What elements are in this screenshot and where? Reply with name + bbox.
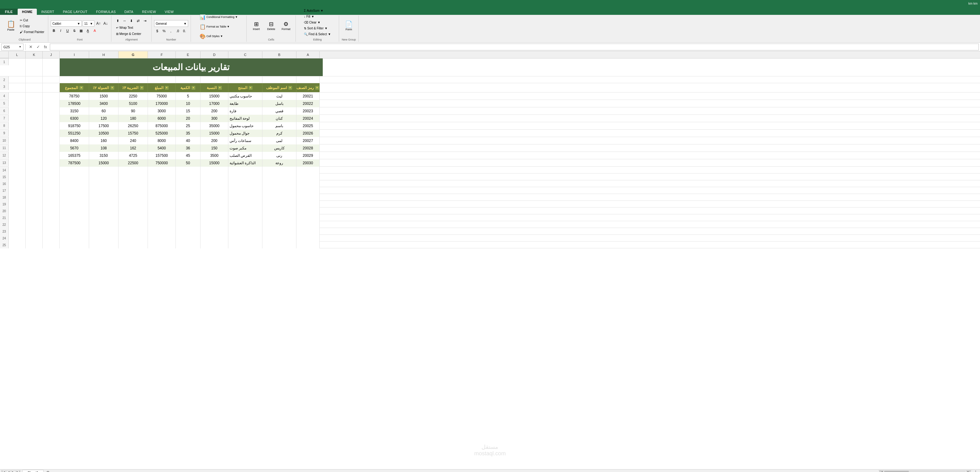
- list-item[interactable]: [9, 228, 26, 235]
- list-item[interactable]: [176, 201, 200, 208]
- table-row[interactable]: 20027: [296, 137, 320, 145]
- list-item[interactable]: [148, 194, 176, 201]
- cell-styles-button[interactable]: 🎨 Cell Styles ▼: [198, 32, 225, 41]
- list-item[interactable]: [296, 208, 320, 215]
- list-item[interactable]: [262, 215, 296, 221]
- list-item[interactable]: [26, 180, 43, 187]
- table-row[interactable]: [26, 107, 43, 115]
- table-row[interactable]: 15000: [200, 159, 228, 167]
- tab-review[interactable]: REVIEW: [138, 9, 160, 15]
- scroll-right-button[interactable]: ▶: [966, 470, 971, 472]
- list-item[interactable]: [89, 173, 119, 180]
- list-item[interactable]: [60, 235, 89, 242]
- list-item[interactable]: [43, 208, 60, 215]
- table-row[interactable]: فارة: [228, 107, 262, 115]
- list-item[interactable]: [89, 228, 119, 235]
- table-row[interactable]: 25: [176, 122, 200, 130]
- list-item[interactable]: [60, 167, 89, 173]
- list-item[interactable]: [176, 187, 200, 194]
- underline-button[interactable]: U: [64, 27, 70, 34]
- cell-G2[interactable]: [119, 76, 148, 83]
- table-row[interactable]: 4725: [119, 152, 148, 159]
- table-row[interactable]: 15000: [200, 130, 228, 137]
- col-header-E[interactable]: E: [176, 51, 200, 58]
- list-item[interactable]: [200, 201, 228, 208]
- list-item[interactable]: [296, 221, 320, 228]
- bold-button[interactable]: B: [51, 27, 57, 34]
- list-item[interactable]: [9, 221, 26, 228]
- row-num-2[interactable]: 2: [0, 76, 9, 83]
- header-amount[interactable]: ▼ المبلغ: [148, 83, 176, 92]
- table-row[interactable]: 45: [176, 152, 200, 159]
- table-row[interactable]: 3150: [60, 107, 89, 115]
- cell-L1[interactable]: [9, 59, 26, 76]
- list-item[interactable]: [60, 208, 89, 215]
- list-item[interactable]: [176, 194, 200, 201]
- table-row[interactable]: [9, 115, 26, 122]
- list-item[interactable]: [176, 208, 200, 215]
- filter-amount[interactable]: ▼: [165, 86, 169, 90]
- list-item[interactable]: [228, 173, 262, 180]
- list-item[interactable]: [89, 194, 119, 201]
- table-row[interactable]: قصي: [262, 107, 296, 115]
- list-item[interactable]: [43, 180, 60, 187]
- list-item[interactable]: [60, 180, 89, 187]
- table-row[interactable]: 3000: [148, 107, 176, 115]
- row-num-16[interactable]: 16: [0, 180, 9, 187]
- conditional-formatting-button[interactable]: 📊 Conditional Formatting ▼: [198, 13, 240, 21]
- list-item[interactable]: [119, 228, 148, 235]
- table-row[interactable]: 78750: [60, 92, 89, 100]
- cell-K1[interactable]: [26, 59, 43, 76]
- row-num-6[interactable]: 6: [0, 107, 9, 114]
- table-row[interactable]: مكبر صوت: [228, 145, 262, 152]
- table-row[interactable]: كاريس: [262, 145, 296, 152]
- list-item[interactable]: [176, 235, 200, 242]
- table-row[interactable]: حاسوب مكتبي: [228, 92, 262, 100]
- row-num-5[interactable]: 5: [0, 100, 9, 107]
- table-row[interactable]: 6300: [60, 115, 89, 122]
- merge-center-button[interactable]: ⊞ Merge & Center: [115, 31, 143, 37]
- list-item[interactable]: [89, 201, 119, 208]
- list-item[interactable]: [26, 187, 43, 194]
- table-row[interactable]: [26, 122, 43, 130]
- col-header-F[interactable]: F: [148, 51, 176, 58]
- list-item[interactable]: [228, 187, 262, 194]
- table-row[interactable]: 200: [200, 137, 228, 145]
- copy-button[interactable]: ⎘ Copy: [19, 23, 46, 29]
- autosum-button[interactable]: Σ AutoSum ▼: [302, 8, 325, 13]
- list-item[interactable]: [176, 242, 200, 248]
- list-item[interactable]: [9, 201, 26, 208]
- list-item[interactable]: [200, 228, 228, 235]
- list-item[interactable]: [60, 242, 89, 248]
- table-row[interactable]: 787500: [60, 159, 89, 167]
- table-row[interactable]: 36: [176, 145, 200, 152]
- list-item[interactable]: [296, 194, 320, 201]
- list-item[interactable]: [60, 173, 89, 180]
- sheet-tab-1[interactable]: Sheet1: [22, 470, 44, 472]
- table-row[interactable]: 162: [119, 145, 148, 152]
- list-item[interactable]: [89, 235, 119, 242]
- list-item[interactable]: [228, 194, 262, 201]
- tab-formulas[interactable]: FORMULAS: [92, 9, 120, 15]
- cell-L3[interactable]: [9, 83, 26, 92]
- header-qty[interactable]: ▼ الكمية: [176, 83, 200, 92]
- cut-button[interactable]: ✂ Cut: [19, 17, 46, 23]
- col-header-G[interactable]: G: [119, 51, 148, 58]
- list-item[interactable]: [43, 228, 60, 235]
- table-row[interactable]: 20025: [296, 122, 320, 130]
- first-sheet-button[interactable]: |◀: [1, 470, 6, 472]
- list-item[interactable]: [296, 228, 320, 235]
- col-header-B[interactable]: B: [262, 51, 296, 58]
- table-row[interactable]: 178500: [60, 100, 89, 107]
- list-item[interactable]: [176, 167, 200, 173]
- list-item[interactable]: [148, 187, 176, 194]
- number-format-box[interactable]: General ▼: [154, 20, 188, 27]
- table-row[interactable]: الذاكرة العشوائية: [228, 159, 262, 167]
- cancel-formula-button[interactable]: ✕: [27, 44, 34, 49]
- horizontal-scrollbar[interactable]: ◀ ▶: [878, 470, 971, 472]
- table-row[interactable]: 8400: [60, 137, 89, 145]
- list-item[interactable]: [148, 215, 176, 221]
- row-num-8[interactable]: 8: [0, 122, 9, 129]
- align-middle-button[interactable]: ↔: [122, 17, 128, 24]
- confirm-formula-button[interactable]: ✓: [35, 44, 41, 49]
